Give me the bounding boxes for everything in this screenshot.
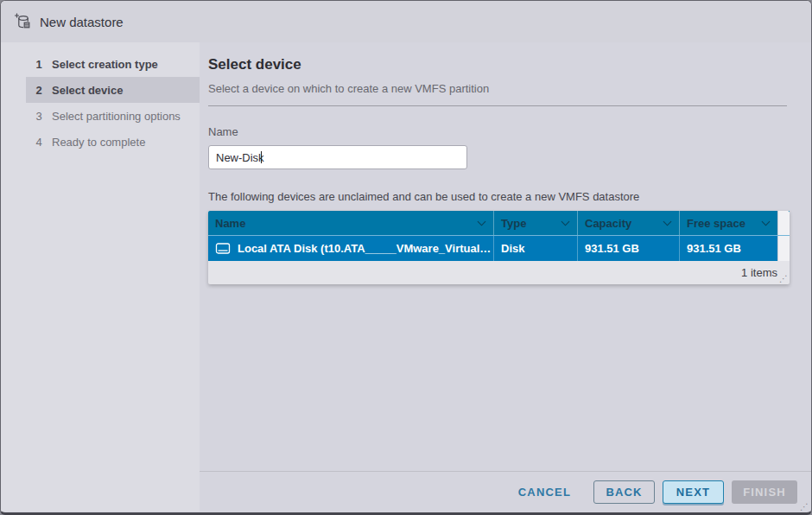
items-count: 1 items [741, 266, 777, 279]
chevron-down-icon[interactable] [663, 218, 672, 226]
back-button[interactable]: BACK [593, 480, 655, 504]
column-header-capacity[interactable]: Capacity [577, 211, 679, 235]
page-subtitle: Select a device on which to create a new… [208, 82, 787, 95]
dialog-titlebar: New datastore [1, 1, 811, 42]
header-divider [208, 105, 787, 106]
window-resize-grip-icon[interactable]: ⋰ [800, 503, 809, 512]
step-select-creation-type[interactable]: 1 Select creation type [26, 51, 200, 77]
cancel-button[interactable]: CANCEL [506, 480, 583, 504]
chevron-down-icon[interactable] [762, 218, 771, 226]
step-ready-to-complete: 4 Ready to complete [26, 129, 200, 155]
scrollbar-gutter [777, 211, 790, 235]
finish-button: FINISH [732, 480, 797, 504]
chevron-down-icon[interactable] [561, 218, 570, 226]
device-name-cell: Local ATA Disk (t10.ATA_____VMware_Virtu… [208, 236, 493, 261]
step-select-partitioning-options: 3 Select partitioning options [26, 103, 200, 129]
chevron-down-icon[interactable] [478, 218, 486, 226]
device-free-space-cell: 931.51 GB [679, 236, 777, 261]
table-resize-grip-icon[interactable]: ⋰ [779, 275, 788, 283]
devices-table: Name Type Capacity Free space [208, 211, 790, 284]
column-header-free-space[interactable]: Free space [679, 211, 777, 235]
table-header-row: Name Type Capacity Free space [208, 211, 790, 235]
add-datastore-icon [13, 12, 32, 31]
wizard-content: Select device Select a device on which t… [200, 42, 811, 471]
next-button[interactable]: NEXT [663, 480, 724, 504]
column-header-type[interactable]: Type [493, 211, 577, 235]
column-header-name[interactable]: Name [208, 211, 493, 235]
device-capacity-cell: 931.51 GB [577, 236, 679, 261]
name-field-label: Name [208, 125, 787, 138]
device-type-cell: Disk [493, 236, 577, 261]
dialog-footer: CANCEL BACK NEXT FINISH [1, 471, 811, 512]
new-datastore-dialog: New datastore 1 Select creation type 2 S… [0, 0, 812, 515]
text-cursor [261, 151, 262, 163]
wizard-steps-sidebar: 1 Select creation type 2 Select device 3… [1, 42, 200, 512]
table-row-selected-device[interactable]: Local ATA Disk (t10.ATA_____VMware_Virtu… [208, 235, 790, 261]
datastore-name-input[interactable] [208, 145, 467, 169]
devices-intro-text: The following devices are unclaimed and … [208, 190, 787, 203]
step-select-device[interactable]: 2 Select device [26, 77, 200, 103]
disk-icon [215, 242, 231, 255]
scrollbar-gutter [777, 236, 790, 261]
table-footer: 1 items ⋰ [208, 261, 790, 284]
dialog-title: New datastore [40, 15, 124, 29]
page-title: Select device [208, 56, 787, 73]
